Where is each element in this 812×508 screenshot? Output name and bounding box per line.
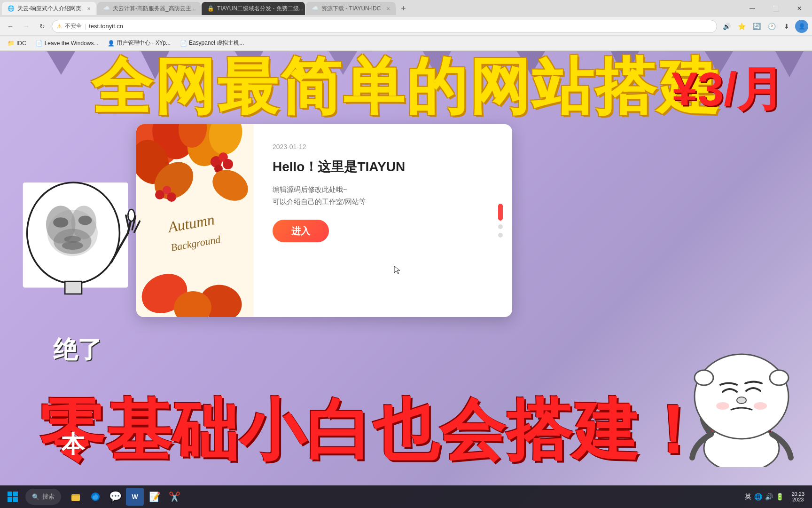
svg-rect-56 [13,492,18,496]
new-tab-button[interactable]: + [397,2,410,15]
svg-line-46 [134,221,140,232]
svg-rect-40 [65,281,82,294]
tab-3-favicon: 🔒 [207,5,214,12]
bookmark-user-center[interactable]: 👤 用户管理中心 - XYp... [104,38,174,48]
svg-point-53 [716,402,729,410]
clock[interactable]: 20:23 2023 [788,491,808,502]
tab-4[interactable]: ☁️ 资源下载 - TIAYUN-IDC ✕ [306,2,396,15]
tab-2-close[interactable]: ✕ [199,6,201,11]
tab-4-close[interactable]: ✕ [383,6,390,11]
cartoon-svg [680,326,803,467]
windows-logo [7,491,18,502]
svg-point-39 [62,241,83,250]
svg-marker-6 [611,51,639,79]
security-icon: ⚠ [57,23,62,30]
bookmark-leave-windows[interactable]: 📄 Leave the Windows... [32,39,102,48]
history-icon[interactable]: 🕐 [765,20,778,33]
tab-1-close[interactable]: ✕ [84,6,91,11]
tab-4-label: 资源下载 - TIAYUN-IDC [321,5,381,13]
svg-marker-7 [705,51,733,75]
taskbar-word[interactable]: W [126,488,144,506]
address-text: test.tonyit.cn [89,23,712,30]
enter-button[interactable]: 进入 [273,220,329,242]
svg-point-37 [78,216,92,225]
svg-marker-2 [235,51,263,77]
decorative-arrows [0,51,812,89]
tab-3[interactable]: 🔒 TIAYUN二级域名分发 - 免费二级... ✕ [202,2,305,15]
browser-chrome: 🌐 天云-响应式个人介绍网页 ✕ ☁️ 天云计算-高防服务器_高防云主... ✕… [0,0,812,51]
bookmark-easypanel[interactable]: 📄 Easypanel 虚拟主机... [176,38,248,48]
webpage-card: Autumn Background 2023-01-12 Hello！这里是TI… [136,124,512,317]
date-display: 2023 [792,497,804,502]
tab-2[interactable]: ☁️ 天云计算-高防服务器_高防云主... ✕ [97,2,201,15]
address-bar[interactable]: ⚠ 不安全 | test.tonyit.cn [52,20,717,33]
reload-button[interactable]: ↻ [36,20,49,33]
bookmark-easypanel-icon: 📄 [180,40,187,47]
tab-1-label: 天云-响应式个人介绍网页 [17,5,81,13]
tab-1-favicon: 🌐 [8,5,15,12]
forward-button[interactable]: → [20,20,33,33]
volume-icon[interactable]: 🔋 [776,493,784,500]
collections-icon[interactable]: 🔄 [750,20,763,33]
card-desc-line1: 编辑源码后修改此处哦~ [273,183,493,196]
scroll-dot-1 [498,204,503,221]
file-explorer-icon [70,492,81,502]
svg-marker-5 [517,51,545,75]
taskbar-system-tray: 英 🌐 🔊 🔋 20:23 2023 [745,491,808,502]
taskbar-app-icons: 💬 W 📝 ✂️ [67,488,183,506]
svg-point-36 [53,217,68,227]
bookmark-easypanel-label: Easypanel 虚拟主机... [189,39,244,47]
bookmark-idc-label: IDC [16,40,26,47]
main-content: 全网最简单的网站搭建 ¥3/月 [0,51,812,486]
bookmark-leave-windows-icon: 📄 [36,40,43,47]
bookmarks-bar: 📁 IDC 📄 Leave the Windows... 👤 用户管理中心 - … [0,36,812,51]
svg-marker-8 [775,51,804,77]
tab-4-favicon: ☁️ [312,5,319,12]
profile-icon[interactable]: 👤 [795,20,808,33]
svg-marker-3 [329,51,357,75]
tab-2-label: 天云计算-高防服务器_高防云主... [113,5,196,13]
taskbar: 🔍 搜索 💬 W 📝 ✂️ 英 🌐 🔊 🔋 [0,485,812,508]
read-aloud-icon[interactable]: 🔊 [720,20,733,33]
svg-marker-1 [141,51,169,79]
network-icon[interactable]: 🔊 [765,493,773,500]
minimize-button[interactable]: — [742,2,763,15]
taskbar-wps[interactable]: 📝 [146,488,164,506]
taskbar-kuaishou[interactable]: ✂️ [165,488,183,506]
favorites-icon[interactable]: ⭐ [735,20,748,33]
taskbar-search[interactable]: 🔍 搜索 [25,489,61,505]
bookmark-idc[interactable]: 📁 IDC [4,39,30,48]
window-controls: — ⬜ ✕ [742,2,810,15]
bookmark-user-center-label: 用户管理中心 - XYp... [117,39,170,47]
svg-point-52 [737,397,746,404]
svg-point-29 [167,192,176,202]
downloads-icon[interactable]: ⬇ [780,20,793,33]
tab-1[interactable]: 🌐 天云-响应式个人介绍网页 ✕ [2,2,96,15]
time-display: 20:23 [791,491,804,497]
scroll-dot-3 [498,233,503,238]
keyboard-layout-icon[interactable]: 英 [745,492,751,501]
back-button[interactable]: ← [4,20,17,33]
card-content: 2023-01-12 Hello！这里是TIAYUN 编辑源码后修改此处哦~ 可… [254,124,512,317]
bookmark-leave-windows-label: Leave the Windows... [45,40,99,47]
navigation-bar: ← → ↻ ⚠ 不安全 | test.tonyit.cn 🔊 ⭐ 🔄 🕐 ⬇ 👤 [0,17,812,36]
taskbar-tencent[interactable]: 💬 [106,488,124,506]
bookmark-idc-icon: 📁 [8,40,15,47]
taskbar-edge-browser[interactable] [86,488,104,506]
meme-face-svg [12,178,143,330]
scroll-dots [498,204,503,238]
start-button[interactable] [4,488,22,506]
svg-marker-4 [423,51,451,77]
edge-icon [90,492,101,502]
taskbar-file-explorer[interactable] [67,488,85,506]
scroll-dot-2 [498,224,503,229]
maximize-button[interactable]: ⬜ [765,2,787,15]
svg-point-54 [754,402,767,410]
tab-3-label: TIAYUN二级域名分发 - 免费二级... [217,5,304,13]
card-description: 编辑源码后修改此处哦~ 可以介绍自己的工作室/网站等 [273,183,493,207]
ime-icon[interactable]: 🌐 [754,493,762,500]
meme-text: 绝了 [53,333,102,366]
svg-marker-0 [47,51,75,75]
svg-rect-58 [13,497,18,502]
close-button[interactable]: ✕ [789,2,810,15]
